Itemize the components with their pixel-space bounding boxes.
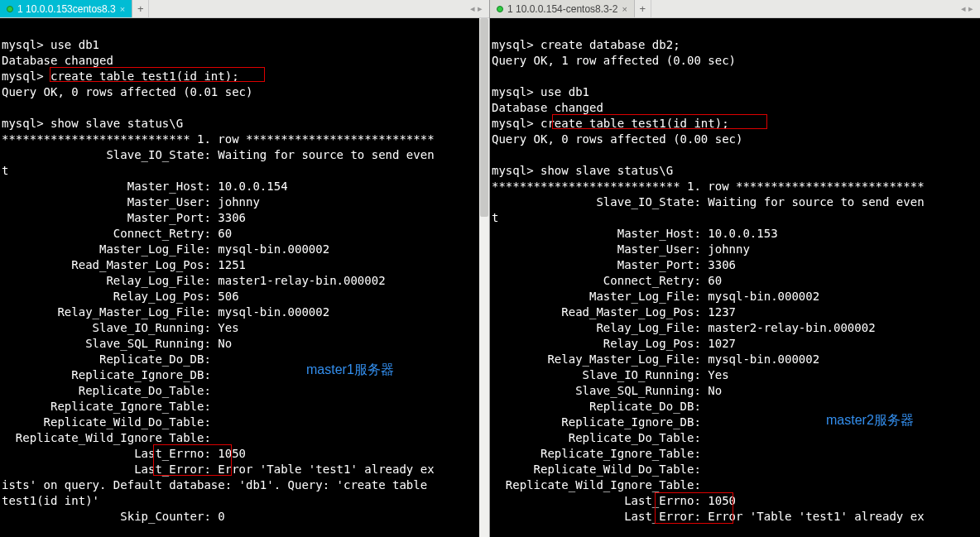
terminal-line: Slave_SQL_Running: No [492, 383, 978, 399]
terminal-line: Master_Log_File: mysql-bin.000002 [2, 242, 488, 257]
terminal-line: Last_Errno: 1050 [2, 446, 488, 462]
terminal-line: Replicate_Wild_Ignore_Table: [492, 477, 978, 493]
new-tab-button[interactable]: + [635, 0, 651, 17]
tab-right[interactable]: 1 10.0.0.154-centos8.3-2 × [490, 0, 635, 17]
scrollbar-thumb[interactable] [480, 18, 488, 217]
tab-bar-left: 1 10.0.0.153centos8.3 × + ◂ ▸ [0, 0, 489, 18]
terminal-line: Relay_Log_Pos: 1027 [492, 336, 978, 352]
terminal-line: mysql> create table test1(id int); [492, 116, 978, 132]
terminal-line: Master_Log_File: mysql-bin.000002 [492, 289, 978, 304]
scrollbar-left[interactable] [479, 18, 489, 537]
terminal-line: Master_Host: 10.0.0.154 [2, 179, 488, 194]
terminal-line: Relay_Log_File: master2-relay-bin.000002 [492, 320, 978, 336]
terminal-line: Database changed [492, 100, 978, 116]
terminal-line: Skip_Counter: 0 [2, 509, 488, 525]
terminal-line: ists' on query. Default database: 'db1'.… [2, 477, 488, 493]
tab-label: 1 10.0.0.154-centos8.3-2 [507, 3, 617, 15]
tab-bar-right: 1 10.0.0.154-centos8.3-2 × + ◂ ▸ [490, 0, 980, 18]
terminal-line: Query OK, 1 row affected (0.00 sec) [492, 53, 978, 69]
terminal-line: Replicate_Wild_Do_Table: [492, 462, 978, 477]
terminal-line: Replicate_Ignore_Table: [492, 446, 978, 462]
terminal-line [492, 147, 978, 163]
tab-label: 1 10.0.0.153centos8.3 [17, 3, 116, 15]
terminal-line: Master_User: johnny [492, 242, 978, 257]
terminal-line: Replicate_Ignore_DB: [2, 367, 488, 383]
terminal-line: *************************** 1. row *****… [2, 132, 488, 147]
terminal-line: mysql> use db1 [2, 37, 488, 53]
terminal-line: mysql> create database db2; [492, 37, 978, 53]
terminal-line: mysql> use db1 [492, 84, 978, 100]
terminal-left[interactable]: mysql> use db1Database changedmysql> cre… [0, 18, 489, 537]
terminal-line: Slave_IO_Running: Yes [2, 320, 488, 336]
terminal-line: Query OK, 0 rows affected (0.00 sec) [492, 132, 978, 147]
terminal-line [2, 100, 488, 116]
terminal-line: t [492, 210, 978, 226]
status-dot-icon [7, 6, 13, 12]
new-tab-button[interactable]: + [132, 0, 149, 17]
terminal-line: Connect_Retry: 60 [2, 226, 488, 242]
terminal-line: Slave_IO_Running: Yes [492, 367, 978, 383]
terminal-line: Read_Master_Log_Pos: 1237 [492, 304, 978, 320]
terminal-line: Last_Error: Error 'Table 'test1' already… [492, 509, 978, 525]
terminal-line: Replicate_Ignore_Table: [2, 399, 488, 415]
terminal-line: mysql> show slave status\G [492, 163, 978, 179]
terminal-line: Master_Host: 10.0.0.153 [492, 226, 978, 242]
tab-nav-arrows[interactable]: ◂ ▸ [464, 0, 489, 17]
terminal-line: Database changed [2, 53, 488, 69]
terminal-right[interactable]: mysql> create database db2;Query OK, 1 r… [490, 18, 980, 537]
terminal-line: Slave_IO_State: Waiting for source to se… [2, 147, 488, 163]
terminal-line: Query OK, 0 rows affected (0.01 sec) [2, 84, 488, 100]
terminal-line: Master_Port: 3306 [2, 210, 488, 226]
close-icon[interactable]: × [120, 4, 125, 14]
terminal-line: Slave_SQL_Running: No [2, 336, 488, 352]
terminal-line: Last_Error: Error 'Table 'test1' already… [2, 462, 488, 477]
terminal-line [2, 22, 488, 37]
terminal-line: mysql> show slave status\G [2, 116, 488, 132]
terminal-line: Replicate_Wild_Do_Table: [2, 415, 488, 430]
terminal-line: Master_User: johnny [2, 194, 488, 210]
terminal-line: Relay_Master_Log_File: mysql-bin.000002 [2, 304, 488, 320]
status-dot-icon [497, 6, 503, 12]
terminal-line: Replicate_Do_DB: [2, 352, 488, 367]
terminal-line: Relay_Log_Pos: 506 [2, 289, 488, 304]
terminal-line: Read_Master_Log_Pos: 1251 [2, 257, 488, 273]
terminal-line: mysql> create table test1(id int); [2, 69, 488, 84]
terminal-line: Replicate_Do_Table: [2, 383, 488, 399]
terminal-line [492, 22, 978, 37]
right-pane: 1 10.0.0.154-centos8.3-2 × + ◂ ▸ mysql> … [490, 0, 980, 537]
terminal-line: *************************** 1. row *****… [492, 179, 978, 194]
terminal-line: test1(id int)' [2, 493, 488, 509]
left-pane: 1 10.0.0.153centos8.3 × + ◂ ▸ mysql> use… [0, 0, 490, 537]
close-icon[interactable]: × [622, 4, 627, 14]
terminal-line: Last_Errno: 1050 [492, 493, 978, 509]
terminal-line: Replicate_Ignore_DB: [492, 415, 978, 430]
terminal-line: Relay_Master_Log_File: mysql-bin.000002 [492, 352, 978, 367]
terminal-line: Connect_Retry: 60 [492, 273, 978, 289]
terminal-line: Replicate_Do_Table: [492, 430, 978, 446]
terminal-line [492, 69, 978, 84]
terminal-line: Replicate_Do_DB: [492, 399, 978, 415]
terminal-line: Relay_Log_File: master1-relay-bin.000002 [2, 273, 488, 289]
terminal-line: Master_Port: 3306 [492, 257, 978, 273]
terminal-line: Replicate_Wild_Ignore_Table: [2, 430, 488, 446]
tab-left[interactable]: 1 10.0.0.153centos8.3 × [0, 0, 132, 17]
terminal-line: t [2, 163, 488, 179]
tab-nav-arrows[interactable]: ◂ ▸ [954, 0, 980, 17]
terminal-line: Slave_IO_State: Waiting for source to se… [492, 194, 978, 210]
